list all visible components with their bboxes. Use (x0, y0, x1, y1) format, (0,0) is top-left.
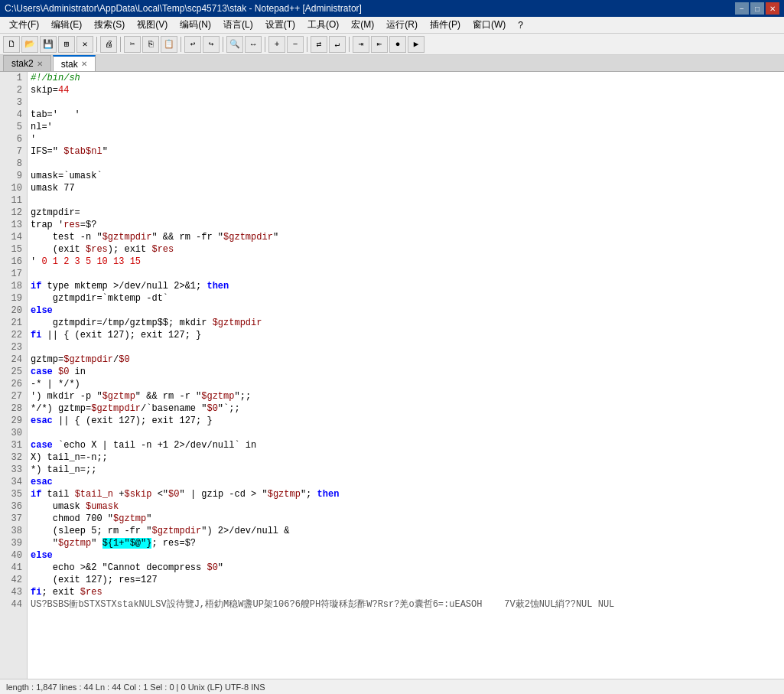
tab-stak-label: stak (61, 59, 78, 70)
line-num-16: 16 (3, 256, 22, 268)
paste-button[interactable]: 📋 (161, 36, 177, 53)
tab-stak2-label: stak2 (11, 58, 34, 69)
code-line-34: esac (31, 476, 781, 488)
menu-language[interactable]: 语言(L) (217, 17, 259, 33)
menu-settings[interactable]: 设置(T) (259, 17, 301, 33)
menu-edit[interactable]: 编辑(E) (45, 17, 88, 33)
editor-container: 1 2 3 4 5 6 7 8 9 10 11 12 13 14 15 16 1… (0, 72, 784, 679)
run-macro-button[interactable]: ▶ (408, 36, 425, 53)
menu-bar: 文件(F) 编辑(E) 搜索(S) 视图(V) 编码(N) 语言(L) 设置(T… (0, 17, 784, 34)
code-line-6: ' (31, 133, 781, 145)
tab-stak2-close[interactable]: ✕ (37, 60, 43, 68)
code-line-40: else (31, 549, 781, 562)
open-button[interactable]: 📂 (21, 36, 38, 53)
line-num-39: 39 (3, 537, 22, 549)
window-controls[interactable]: − □ ✕ (735, 2, 779, 15)
code-line-10: umask 77 (31, 182, 781, 194)
line-num-30: 30 (3, 427, 22, 439)
line-num-9: 9 (3, 170, 22, 182)
line-num-29: 29 (3, 415, 22, 427)
tab-stak[interactable]: stak ✕ (53, 55, 96, 71)
line-num-38: 38 (3, 525, 22, 537)
line-num-26: 26 (3, 378, 22, 390)
code-line-36: umask $umask (31, 500, 781, 513)
code-line-33: *) tail_n=;; (31, 464, 781, 476)
code-line-29: esac || { (exit 127); exit 127; } (31, 415, 781, 427)
line-num-2: 2 (3, 84, 22, 96)
code-line-15: (exit $res); exit $res (31, 243, 781, 256)
menu-plugins[interactable]: 插件(P) (424, 17, 467, 33)
title-text: C:\Users\Administrator\AppData\Local\Tem… (5, 3, 735, 14)
code-line-44: US?BSBS衝bSTXSTXstakNULSV設待覽J,梧釛M稳W盞UP架10… (31, 598, 781, 611)
code-line-37: chmod 700 "$gztmp" (31, 513, 781, 525)
cut-button[interactable]: ✂ (124, 36, 141, 53)
code-line-11 (31, 194, 781, 207)
menu-view[interactable]: 视图(V) (131, 17, 174, 33)
code-line-8 (31, 158, 781, 170)
find-button[interactable]: 🔍 (226, 36, 243, 53)
menu-search[interactable]: 搜索(S) (88, 17, 131, 33)
line-num-1: 1 (3, 72, 22, 84)
sync-scroll-button[interactable]: ⇄ (311, 36, 327, 53)
menu-run[interactable]: 运行(R) (380, 17, 424, 33)
copy-button[interactable]: ⎘ (142, 36, 159, 53)
menu-file[interactable]: 文件(F) (3, 17, 45, 33)
undo-button[interactable]: ↩ (184, 36, 201, 53)
code-line-23 (31, 341, 781, 354)
code-line-1: #!/bin/sh (31, 72, 781, 84)
line-num-14: 14 (3, 231, 22, 243)
sep4 (223, 37, 223, 52)
line-num-44: 44 (3, 598, 22, 611)
code-line-18: if type mktemp >/dev/null 2>&1; then (31, 280, 781, 292)
line-num-32: 32 (3, 451, 22, 464)
print-button[interactable]: 🖨 (100, 36, 117, 53)
replace-button[interactable]: ↔ (245, 36, 262, 53)
tab-stak2[interactable]: stak2 ✕ (3, 55, 51, 71)
line-num-33: 33 (3, 464, 22, 476)
indent-button[interactable]: ⇥ (353, 36, 369, 53)
tab-stak-close[interactable]: ✕ (81, 60, 87, 68)
line-num-3: 3 (3, 96, 22, 109)
menu-help[interactable]: ? (512, 18, 529, 32)
code-line-30 (31, 427, 781, 439)
macro-button[interactable]: ● (389, 36, 406, 53)
unindent-button[interactable]: ⇤ (371, 36, 388, 53)
close-button[interactable]: ✕ (76, 36, 93, 53)
line-numbers: 1 2 3 4 5 6 7 8 9 10 11 12 13 14 15 16 1… (0, 72, 28, 679)
code-line-41: echo >&2 "Cannot decompress $0" (31, 562, 781, 574)
menu-tools[interactable]: 工具(O) (301, 17, 345, 33)
menu-window[interactable]: 窗口(W) (467, 17, 512, 33)
code-line-16: ' 0 1 2 3 5 10 13 15 (31, 256, 781, 268)
code-line-9: umask=`umask` (31, 170, 781, 182)
line-num-37: 37 (3, 513, 22, 525)
line-num-22: 22 (3, 329, 22, 341)
toolbar: 🗋 📂 💾 ⊞ ✕ 🖨 ✂ ⎘ 📋 ↩ ↪ 🔍 ↔ + − ⇄ ↵ ⇥ ⇤ ● … (0, 34, 784, 55)
status-text: length : 1,847 lines : 44 Ln : 44 Col : … (6, 683, 265, 692)
zoom-out-button[interactable]: − (287, 36, 304, 53)
sep3 (181, 37, 181, 52)
line-num-23: 23 (3, 341, 22, 354)
new-button[interactable]: 🗋 (3, 36, 20, 53)
redo-button[interactable]: ↪ (203, 36, 220, 53)
line-num-10: 10 (3, 182, 22, 194)
wrap-button[interactable]: ↵ (329, 36, 346, 53)
minimize-button[interactable]: − (735, 2, 749, 15)
save-button[interactable]: 💾 (40, 36, 57, 53)
close-button[interactable]: ✕ (766, 2, 779, 15)
code-line-13: trap 'res=$? (31, 219, 781, 231)
code-line-12: gztmpdir= (31, 207, 781, 219)
code-area[interactable]: #!/bin/sh skip=44 tab=' ' nl=' ' IFS=" $… (28, 72, 784, 679)
sep1 (96, 37, 97, 52)
code-line-5: nl=' (31, 121, 781, 133)
code-line-20: else (31, 305, 781, 317)
save-all-button[interactable]: ⊞ (58, 36, 75, 53)
line-num-40: 40 (3, 549, 22, 562)
line-num-24: 24 (3, 354, 22, 366)
sep6 (307, 37, 307, 52)
menu-macro[interactable]: 宏(M) (345, 17, 380, 33)
menu-encode[interactable]: 编码(N) (174, 17, 217, 33)
maximize-button[interactable]: □ (750, 2, 764, 15)
code-line-31: case `echo X | tail -n +1 2>/dev/null` i… (31, 439, 781, 451)
zoom-in-button[interactable]: + (268, 36, 285, 53)
line-num-18: 18 (3, 280, 22, 292)
